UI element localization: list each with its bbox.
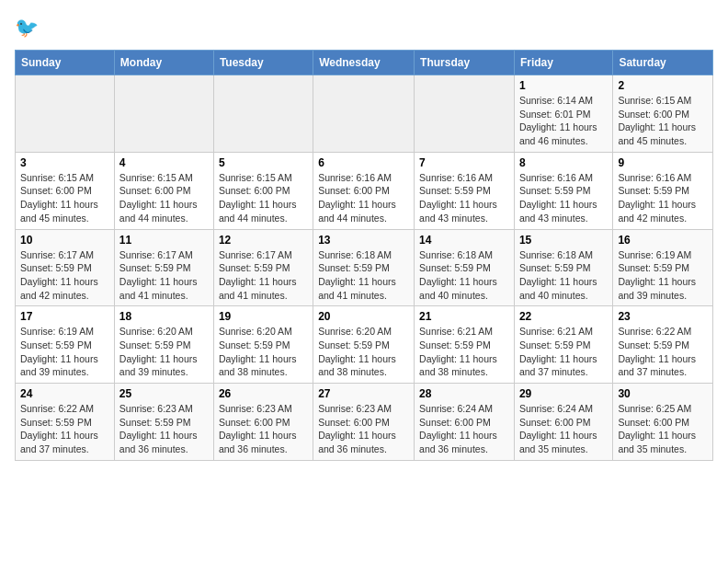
svg-text:🐦: 🐦 (15, 16, 40, 40)
day-info: Sunrise: 6:19 AM Sunset: 5:59 PM Dayligh… (20, 325, 109, 379)
day-number: 9 (618, 156, 708, 169)
day-info: Sunrise: 6:23 AM Sunset: 5:59 PM Dayligh… (119, 402, 209, 456)
day-number: 21 (419, 310, 509, 323)
day-info: Sunrise: 6:20 AM Sunset: 5:59 PM Dayligh… (119, 325, 209, 379)
day-info: Sunrise: 6:22 AM Sunset: 5:59 PM Dayligh… (618, 325, 708, 379)
calendar-cell: 1Sunrise: 6:14 AM Sunset: 6:01 PM Daylig… (514, 75, 612, 153)
calendar-cell (16, 75, 115, 153)
day-info: Sunrise: 6:18 AM Sunset: 5:59 PM Dayligh… (519, 248, 608, 303)
day-info: Sunrise: 6:14 AM Sunset: 6:01 PM Dayligh… (519, 94, 608, 148)
day-number: 25 (119, 387, 209, 400)
weekday-header: Friday (514, 51, 612, 75)
day-number: 13 (318, 234, 409, 247)
calendar-cell: 3Sunrise: 6:15 AM Sunset: 6:00 PM Daylig… (16, 152, 115, 229)
calendar-cell: 25Sunrise: 6:23 AM Sunset: 5:59 PM Dayli… (114, 384, 213, 461)
weekday-header: Saturday (613, 51, 713, 75)
day-number: 16 (618, 234, 708, 247)
day-number: 23 (618, 310, 708, 323)
day-info: Sunrise: 6:21 AM Sunset: 5:59 PM Dayligh… (419, 325, 509, 379)
page-header: 🐦 (15, 15, 713, 42)
calendar-cell: 26Sunrise: 6:23 AM Sunset: 6:00 PM Dayli… (213, 384, 313, 461)
day-info: Sunrise: 6:19 AM Sunset: 5:59 PM Dayligh… (618, 248, 708, 303)
day-number: 5 (219, 156, 308, 169)
day-info: Sunrise: 6:22 AM Sunset: 5:59 PM Dayligh… (20, 402, 109, 456)
day-number: 14 (419, 234, 509, 247)
calendar-cell (114, 75, 213, 153)
day-number: 15 (519, 234, 608, 247)
calendar-cell (213, 75, 313, 153)
calendar-week-row: 3Sunrise: 6:15 AM Sunset: 6:00 PM Daylig… (16, 152, 713, 229)
calendar-week-row: 10Sunrise: 6:17 AM Sunset: 5:59 PM Dayli… (16, 229, 713, 306)
day-info: Sunrise: 6:15 AM Sunset: 6:00 PM Dayligh… (219, 171, 308, 225)
day-info: Sunrise: 6:24 AM Sunset: 6:00 PM Dayligh… (519, 402, 608, 456)
calendar-cell: 15Sunrise: 6:18 AM Sunset: 5:59 PM Dayli… (514, 229, 612, 306)
weekday-header: Thursday (415, 51, 515, 75)
day-number: 24 (20, 387, 109, 400)
calendar-cell (415, 75, 515, 153)
calendar-cell: 16Sunrise: 6:19 AM Sunset: 5:59 PM Dayli… (613, 229, 713, 306)
calendar-cell: 17Sunrise: 6:19 AM Sunset: 5:59 PM Dayli… (16, 306, 115, 384)
logo: 🐦 (15, 15, 46, 42)
calendar-cell: 13Sunrise: 6:18 AM Sunset: 5:59 PM Dayli… (313, 229, 415, 306)
day-info: Sunrise: 6:25 AM Sunset: 6:00 PM Dayligh… (618, 402, 708, 456)
weekday-header: Wednesday (313, 51, 415, 75)
weekday-header: Tuesday (213, 51, 313, 75)
calendar-cell: 6Sunrise: 6:16 AM Sunset: 6:00 PM Daylig… (313, 152, 415, 229)
calendar-cell: 8Sunrise: 6:16 AM Sunset: 5:59 PM Daylig… (514, 152, 612, 229)
calendar-week-row: 1Sunrise: 6:14 AM Sunset: 6:01 PM Daylig… (16, 75, 713, 153)
day-info: Sunrise: 6:21 AM Sunset: 5:59 PM Dayligh… (519, 325, 608, 379)
calendar-cell: 24Sunrise: 6:22 AM Sunset: 5:59 PM Dayli… (16, 384, 115, 461)
day-info: Sunrise: 6:23 AM Sunset: 6:00 PM Dayligh… (318, 402, 409, 456)
day-number: 26 (219, 387, 308, 400)
calendar-cell: 22Sunrise: 6:21 AM Sunset: 5:59 PM Dayli… (514, 306, 612, 384)
day-number: 19 (219, 310, 308, 323)
day-number: 3 (20, 156, 109, 169)
day-info: Sunrise: 6:15 AM Sunset: 6:00 PM Dayligh… (20, 171, 109, 225)
day-info: Sunrise: 6:17 AM Sunset: 5:59 PM Dayligh… (20, 248, 109, 303)
calendar-cell: 14Sunrise: 6:18 AM Sunset: 5:59 PM Dayli… (415, 229, 515, 306)
day-number: 8 (519, 156, 608, 169)
calendar-table: SundayMondayTuesdayWednesdayThursdayFrid… (15, 50, 713, 461)
calendar-cell: 18Sunrise: 6:20 AM Sunset: 5:59 PM Dayli… (114, 306, 213, 384)
day-number: 6 (318, 156, 409, 169)
day-info: Sunrise: 6:18 AM Sunset: 5:59 PM Dayligh… (318, 248, 409, 303)
day-info: Sunrise: 6:24 AM Sunset: 6:00 PM Dayligh… (419, 402, 509, 456)
day-number: 28 (419, 387, 509, 400)
day-info: Sunrise: 6:15 AM Sunset: 6:00 PM Dayligh… (119, 171, 209, 225)
calendar-cell: 23Sunrise: 6:22 AM Sunset: 5:59 PM Dayli… (613, 306, 713, 384)
calendar-header-row: SundayMondayTuesdayWednesdayThursdayFrid… (16, 51, 713, 75)
calendar-cell: 2Sunrise: 6:15 AM Sunset: 6:00 PM Daylig… (613, 75, 713, 153)
day-number: 2 (618, 79, 708, 92)
day-info: Sunrise: 6:23 AM Sunset: 6:00 PM Dayligh… (219, 402, 308, 456)
calendar-cell: 19Sunrise: 6:20 AM Sunset: 5:59 PM Dayli… (213, 306, 313, 384)
day-number: 12 (219, 234, 308, 247)
day-info: Sunrise: 6:16 AM Sunset: 5:59 PM Dayligh… (419, 171, 509, 225)
day-info: Sunrise: 6:15 AM Sunset: 6:00 PM Dayligh… (618, 94, 708, 148)
calendar-week-row: 24Sunrise: 6:22 AM Sunset: 5:59 PM Dayli… (16, 384, 713, 461)
calendar-cell: 5Sunrise: 6:15 AM Sunset: 6:00 PM Daylig… (213, 152, 313, 229)
calendar-cell: 29Sunrise: 6:24 AM Sunset: 6:00 PM Dayli… (514, 384, 612, 461)
day-info: Sunrise: 6:17 AM Sunset: 5:59 PM Dayligh… (119, 248, 209, 303)
calendar-week-row: 17Sunrise: 6:19 AM Sunset: 5:59 PM Dayli… (16, 306, 713, 384)
calendar-cell: 9Sunrise: 6:16 AM Sunset: 5:59 PM Daylig… (613, 152, 713, 229)
day-number: 7 (419, 156, 509, 169)
weekday-header: Sunday (16, 51, 115, 75)
weekday-header: Monday (114, 51, 213, 75)
day-info: Sunrise: 6:16 AM Sunset: 6:00 PM Dayligh… (318, 171, 409, 225)
calendar-cell: 28Sunrise: 6:24 AM Sunset: 6:00 PM Dayli… (415, 384, 515, 461)
day-info: Sunrise: 6:18 AM Sunset: 5:59 PM Dayligh… (419, 248, 509, 303)
day-info: Sunrise: 6:16 AM Sunset: 5:59 PM Dayligh… (618, 171, 708, 225)
day-info: Sunrise: 6:16 AM Sunset: 5:59 PM Dayligh… (519, 171, 608, 225)
day-number: 17 (20, 310, 109, 323)
day-number: 4 (119, 156, 209, 169)
calendar-cell: 20Sunrise: 6:20 AM Sunset: 5:59 PM Dayli… (313, 306, 415, 384)
calendar-cell: 21Sunrise: 6:21 AM Sunset: 5:59 PM Dayli… (415, 306, 515, 384)
day-number: 1 (519, 79, 608, 92)
calendar-cell: 7Sunrise: 6:16 AM Sunset: 5:59 PM Daylig… (415, 152, 515, 229)
calendar-cell: 30Sunrise: 6:25 AM Sunset: 6:00 PM Dayli… (613, 384, 713, 461)
day-info: Sunrise: 6:20 AM Sunset: 5:59 PM Dayligh… (219, 325, 308, 379)
day-info: Sunrise: 6:20 AM Sunset: 5:59 PM Dayligh… (318, 325, 409, 379)
day-number: 29 (519, 387, 608, 400)
day-number: 22 (519, 310, 608, 323)
calendar-cell: 4Sunrise: 6:15 AM Sunset: 6:00 PM Daylig… (114, 152, 213, 229)
